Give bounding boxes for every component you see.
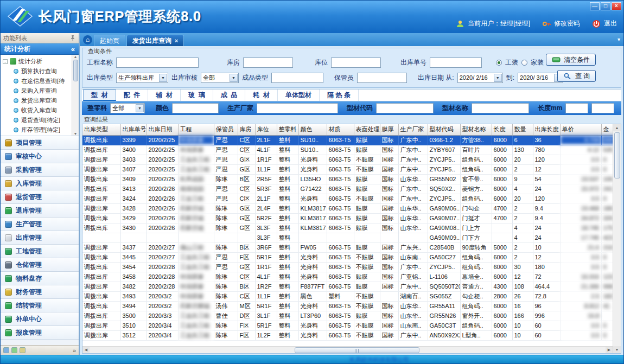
sidebar-item-12[interactable]: 财务管理 [1, 285, 79, 299]
column-header[interactable]: 颜色 [298, 124, 327, 135]
tree-item[interactable]: 在途信息查询[待 [3, 76, 79, 86]
horizontal-scrollbar[interactable]: ◀ ▶ [82, 346, 613, 353]
table-row[interactable]: 3L3F整料GA90M09..门下方42417.745423 [82, 233, 613, 242]
material-tab-6[interactable]: 耗 材 [245, 90, 278, 101]
material-tab-4[interactable]: 玻 璃 [181, 90, 213, 101]
scroll-up-icon[interactable]: ▲ [613, 124, 621, 131]
table-row[interactable]: 调拨出库34542020/2/28工业共工程严思G区1R1F整料光身料6063-… [82, 262, 613, 272]
tree-item[interactable]: 退货查询[待定] [3, 115, 79, 125]
sidebar-item-13[interactable]: 结转管理 [1, 299, 79, 312]
tree-item[interactable]: 采购入库查询 [3, 86, 79, 95]
column-header[interactable]: 表面处理 [354, 124, 380, 135]
sidebar-item-4[interactable]: 入库管理 [1, 177, 79, 190]
column-header[interactable]: 出库日期 [147, 124, 178, 135]
product-type-input[interactable] [271, 73, 323, 83]
material-tab-7[interactable]: 单体型材 [278, 90, 320, 101]
column-header[interactable]: 金 [601, 124, 613, 135]
table-row[interactable]: 调拨出库34582020/2/28华润原著陈琳C区4L1F整料光身料6063-T… [82, 272, 613, 282]
tree-scrollbar[interactable]: ▲▼ [72, 55, 79, 136]
column-header[interactable]: 长度 [492, 124, 512, 135]
table-row[interactable]: 调拨出库34372020/2/27佛山工程陈琳B区3R6F整料FW056063-… [82, 242, 613, 252]
order-no-input[interactable] [430, 58, 482, 68]
material-tab-1[interactable]: 型 材 [83, 90, 116, 101]
column-header[interactable]: 出库类型 [82, 124, 120, 135]
search-button[interactable]: 查 询 [557, 70, 596, 82]
whole-part-select[interactable]: 全部▼ [110, 103, 145, 113]
column-header[interactable]: 库位 [255, 124, 277, 135]
scroll-down-icon[interactable]: ▼ [613, 346, 621, 353]
column-header[interactable]: 库房 [238, 124, 255, 135]
material-tab-3[interactable]: 辅 材 [148, 90, 181, 101]
radio-work-wear[interactable] [496, 60, 502, 66]
column-header[interactable]: 工程 [178, 124, 214, 135]
column-header[interactable]: 材质 [327, 124, 354, 135]
material-tab-8[interactable]: 隔 热 条 [320, 90, 359, 101]
warehouse-input[interactable] [243, 58, 293, 68]
location-input[interactable] [331, 58, 381, 68]
maker-input[interactable] [257, 103, 338, 113]
tab-list-dropdown-icon[interactable]: ▾ [617, 36, 620, 42]
table-row[interactable]: 调拨出库34932020/3/2华润原著陈琳C区1L1F整料黑色塑料不贴膜湖南百… [82, 291, 613, 301]
logout-link[interactable]: 退出 [604, 19, 617, 28]
sidebar-item-15[interactable]: 报废管理 [1, 326, 79, 340]
column-header[interactable]: 生产厂家 [398, 124, 428, 135]
date-from-picker[interactable]: 2020/ 2/16▼ [457, 73, 503, 83]
column-header[interactable]: 单价 [560, 124, 601, 135]
table-row[interactable]: 调拨出库34132020/2/26南湖花园严思C区5R3F整料G71422606… [82, 184, 613, 194]
column-header[interactable]: 型材名称 [460, 124, 492, 135]
sidebar-item-7[interactable]: 生产管理 [1, 218, 79, 231]
tab-shipment-outbound-query[interactable]: 发货出库查询 × [126, 35, 184, 46]
sidebar-item-1[interactable]: 项目管理 [1, 136, 79, 150]
sidebar-item-9[interactable]: 工地管理 [1, 245, 79, 258]
sidebar-item-8[interactable]: 出库管理 [1, 231, 79, 245]
sidebar-item-11[interactable]: 物料盘存 [1, 272, 79, 285]
radio-home-decor[interactable] [521, 60, 527, 66]
table-row[interactable]: 调拨出库35002020/3/3工业共工程曹佳D区3L1F整料LT3P60606… [82, 311, 613, 321]
column-header[interactable]: 出库单号 [120, 124, 147, 135]
out-type-select[interactable]: 生产领料出库▼ [116, 73, 168, 83]
table-row[interactable]: 调拨出库35122020/3/4工业共工程陈琳F区1L2F整料光身料6063-T… [82, 330, 613, 340]
column-header[interactable]: 型材代码 [428, 124, 460, 135]
keeper-input[interactable] [357, 73, 407, 83]
minimize-button[interactable]: — [590, 2, 600, 10]
tree-item[interactable]: 发货出库查询 [3, 95, 79, 105]
column-header[interactable]: 数量 [512, 124, 533, 135]
sidebar-toolbar-icon[interactable] [20, 347, 26, 353]
close-button[interactable]: × [612, 2, 621, 10]
sidebar-item-3[interactable]: 采购管理 [1, 163, 79, 177]
column-header[interactable]: 保管员 [214, 124, 238, 135]
change-password-link[interactable]: 修改密码 [554, 19, 580, 28]
tree-collapse-icon[interactable]: - [3, 59, 8, 64]
length-min-input[interactable] [565, 103, 588, 113]
out-audit-select[interactable]: 全部▼ [201, 73, 239, 83]
sidebar-item-5[interactable]: 退货管理 [1, 190, 79, 204]
horizontal-scroll-thumb[interactable] [295, 347, 419, 353]
tree-root[interactable]: - 统计分析 [3, 56, 79, 66]
sidebar-item-6[interactable]: 退库管理 [1, 204, 79, 218]
length-max-input[interactable] [591, 103, 614, 113]
scroll-right-icon[interactable]: ▶ [606, 347, 613, 353]
stats-group-header[interactable]: 统计分析 « [1, 43, 79, 55]
column-header[interactable]: 整零料 [277, 124, 298, 135]
table-row[interactable]: 调拨出库34302020/2/26石家庄城陈琳G区3L3F整料KLM381760… [82, 223, 613, 233]
table-row[interactable]: 调拨出库35102020/3/4工业共工程陈琳F区5R1F整料光身料6063-T… [82, 321, 613, 330]
sidebar-item-14[interactable]: 补单中心 [1, 312, 79, 326]
vertical-scrollbar[interactable]: ▲ ▼ [613, 124, 621, 353]
table-row[interactable]: 调拨出库34292020/2/26石家庄城陈琳G区5R2F整料KLM381760… [82, 213, 613, 223]
sidebar-toolbar-icon[interactable] [11, 347, 17, 353]
column-header[interactable]: 出库长度 [533, 124, 560, 135]
material-tab-2[interactable]: 配 件 [116, 90, 149, 101]
project-name-input[interactable] [116, 58, 199, 68]
profile-code-input[interactable] [376, 103, 434, 113]
tree-item[interactable]: 收货入库查询 [3, 105, 79, 115]
table-row[interactable]: 调拨出库34072020/2/25工业共工程严思G区1L1F整料光身料6063-… [82, 164, 613, 174]
table-row[interactable]: 调拨出库34942020/3/2石家庄辉城汤伟M区5R1F整料光身料6063-T… [82, 301, 613, 311]
date-to-picker[interactable]: 2020/ 3/16▼ [518, 73, 563, 83]
vertical-scroll-thumb[interactable] [614, 132, 620, 178]
table-row[interactable]: 调拨出库34032020/2/25工业共工程严思G区1R1F整料光身料6063-… [82, 155, 613, 164]
material-tab-5[interactable]: 成 品 [213, 90, 246, 101]
table-row[interactable]: 调拨出库34002020/2/25华润原著严思C区4L1F整料SU10..606… [82, 145, 613, 155]
scroll-left-icon[interactable]: ◀ [82, 347, 90, 353]
toolbar-overflow-button[interactable]: » [73, 347, 76, 354]
table-row[interactable]: 调拨出库34822020/2/28华润原著陈琳B区1R2F整料F8877FT60… [82, 282, 613, 291]
